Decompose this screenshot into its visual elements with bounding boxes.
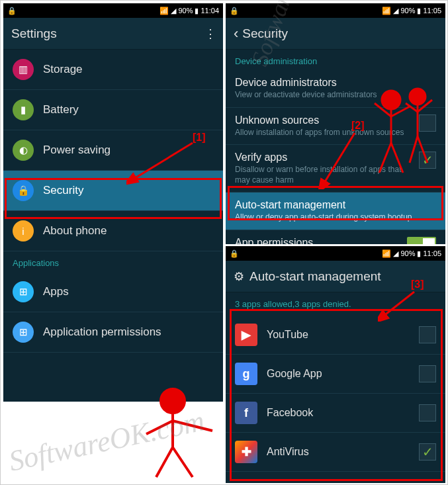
signal-icon: ◢ xyxy=(393,7,398,15)
page-title: Security xyxy=(242,26,288,41)
app-item-youtube[interactable]: ▶ YouTube xyxy=(226,316,445,355)
settings-item-apps[interactable]: ⊞ Apps xyxy=(3,272,223,312)
checkbox-google[interactable] xyxy=(419,365,436,382)
clock: 11:04 xyxy=(201,7,219,15)
signal-icon: ◢ xyxy=(393,249,398,258)
checkbox-unknown[interactable] xyxy=(419,114,436,132)
storage-icon: ▥ xyxy=(13,59,34,80)
battery-pct: 90% xyxy=(400,249,415,257)
settings-item-security[interactable]: 🔒 Security xyxy=(3,171,223,211)
item-title: Auto-start management xyxy=(235,199,436,211)
battery-pct: 90% xyxy=(178,7,193,15)
item-title: Device administrators xyxy=(235,77,436,89)
shield-icon: 🔒 xyxy=(13,180,34,201)
app-label: Facebook xyxy=(267,407,419,419)
checkbox-verify[interactable]: ✓ xyxy=(419,152,436,169)
youtube-icon: ▶ xyxy=(235,324,257,346)
page-title: Auto-start management xyxy=(249,269,381,284)
battery-icon: ▮ xyxy=(417,7,421,15)
security-item-device-admin[interactable]: Device administrators View or deactivate… xyxy=(226,70,445,108)
battery-icon: ▮ xyxy=(13,99,34,120)
item-label: Apps xyxy=(43,285,69,298)
item-label: Application permissions xyxy=(43,326,161,339)
checkbox-facebook[interactable] xyxy=(419,404,436,421)
phone-settings: 🔒 📶 ◢ 90% ▮ 11:04 Settings ⋮ ▥ Storage ▮… xyxy=(3,3,223,402)
antivirus-icon: ✚ xyxy=(235,441,257,463)
item-label: Battery xyxy=(43,103,79,116)
wifi-icon: 📶 xyxy=(159,7,169,15)
app-label: YouTube xyxy=(267,329,419,341)
checkbox-antivirus[interactable]: ✓ xyxy=(419,443,436,461)
annotation-2: [2] xyxy=(351,120,365,132)
settings-item-battery[interactable]: ▮ Battery xyxy=(3,90,223,130)
info-icon: i xyxy=(13,220,34,242)
annotation-1: [1] xyxy=(193,132,206,144)
settings-item-about[interactable]: i About phone xyxy=(3,211,223,251)
lock-icon: 🔒 xyxy=(230,249,239,258)
item-title: App permissions xyxy=(235,237,402,244)
clock: 11:05 xyxy=(423,7,441,15)
clock: 11:05 xyxy=(423,249,441,257)
status-bar: 🔒 📶 ◢ 90% ▮ 11:05 xyxy=(226,246,445,261)
status-bar: 🔒 📶 ◢ 90% ▮ 11:05 xyxy=(226,3,445,18)
section-device-admin: Device administration xyxy=(226,50,445,70)
facebook-icon: f xyxy=(235,402,257,424)
permissions-icon: ⊞ xyxy=(13,322,34,343)
settings-item-storage[interactable]: ▥ Storage xyxy=(3,50,223,90)
toggle-app-perm[interactable] xyxy=(407,237,436,244)
section-applications: Applications xyxy=(3,251,223,272)
phone-security: 🔒 📶 ◢ 90% ▮ 11:05 ‹ Security Device admi… xyxy=(226,3,445,244)
apps-icon: ⊞ xyxy=(13,281,34,302)
gear-icon: ⚙ xyxy=(234,269,244,284)
battery-icon: ▮ xyxy=(195,7,199,15)
item-title: Verify apps xyxy=(235,152,414,163)
app-item-facebook[interactable]: f Facebook xyxy=(226,394,445,433)
signal-icon: ◢ xyxy=(171,7,176,15)
item-label: About phone xyxy=(43,224,107,238)
annotation-3: [3] xyxy=(411,279,424,290)
app-label: Google App xyxy=(267,368,419,380)
security-item-verify-apps[interactable]: Verify apps Disallow or warn before inst… xyxy=(226,145,445,193)
lock-icon: 🔒 xyxy=(230,7,239,15)
wifi-icon: 📶 xyxy=(382,7,391,15)
item-desc: View or deactivate device administrators xyxy=(235,90,436,101)
security-item-autostart[interactable]: Auto-start management Allow or deny app … xyxy=(226,193,445,230)
item-label: Power saving xyxy=(43,144,111,157)
item-title: Unknown sources xyxy=(235,114,414,126)
security-item-app-permissions[interactable]: App permissions Manage app permission fo… xyxy=(226,230,445,244)
status-bar: 🔒 📶 ◢ 90% ▮ 11:04 xyxy=(3,3,223,18)
autostart-status: 3 apps allowed,3 apps denied. xyxy=(226,292,445,316)
settings-item-app-permissions[interactable]: ⊞ Application permissions xyxy=(3,312,223,353)
back-icon[interactable]: ‹ xyxy=(234,25,238,42)
battery-pct: 90% xyxy=(400,7,415,15)
checkbox-youtube[interactable] xyxy=(419,326,436,343)
item-desc: Allow or deny app auto-start during syst… xyxy=(235,212,436,223)
wifi-icon: 📶 xyxy=(382,249,391,258)
item-desc: Disallow or warn before installation of … xyxy=(235,165,414,185)
item-label: Storage xyxy=(43,63,83,76)
settings-item-power-saving[interactable]: ◐ Power saving xyxy=(3,130,223,171)
app-label: AntiVirus xyxy=(267,446,419,458)
header-security: ‹ Security xyxy=(226,18,445,50)
battery-icon: ▮ xyxy=(417,249,421,258)
lock-icon: 🔒 xyxy=(7,7,17,15)
item-label: Security xyxy=(43,184,83,197)
app-item-google[interactable]: g Google App xyxy=(226,355,445,394)
app-item-antivirus[interactable]: ✚ AntiVirus ✓ xyxy=(226,433,445,472)
header-settings: Settings ⋮ xyxy=(3,18,223,50)
watermark: SoftwareOK.com xyxy=(6,404,207,478)
page-title: Settings xyxy=(11,26,57,41)
google-icon: g xyxy=(235,363,257,385)
item-desc: Allow installation of apps from unknown … xyxy=(235,128,414,138)
security-item-unknown-sources[interactable]: Unknown sources Allow installation of ap… xyxy=(226,108,445,146)
power-icon: ◐ xyxy=(13,140,34,161)
menu-icon[interactable]: ⋮ xyxy=(204,26,215,41)
